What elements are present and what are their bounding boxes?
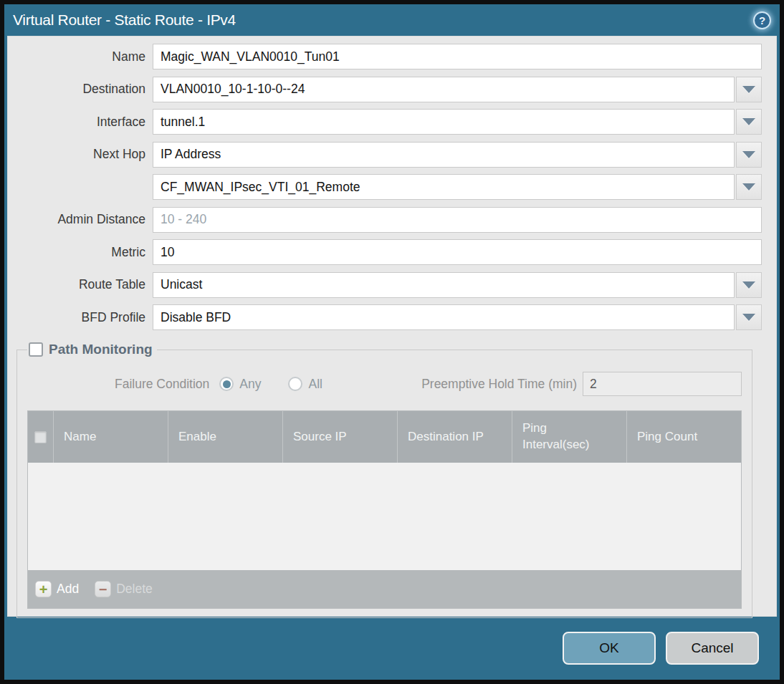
next-hop-address-dropdown-button[interactable] bbox=[736, 174, 762, 200]
path-monitoring-section: Path Monitoring Failure Condition Any Al… bbox=[16, 342, 752, 618]
form-row-next-hop-address: CF_MWAN_IPsec_VTI_01_Remote bbox=[8, 174, 762, 200]
path-monitoring-table: Name Enable Source IP Destination IP Pin… bbox=[27, 410, 742, 609]
help-icon[interactable]: ? bbox=[753, 11, 771, 29]
destination-input[interactable]: VLAN0010_10-1-10-0--24 bbox=[153, 77, 735, 102]
chevron-down-icon bbox=[742, 86, 755, 93]
failure-condition-all-label: All bbox=[308, 377, 322, 392]
path-monitoring-title: Path Monitoring bbox=[49, 342, 153, 357]
next-hop-type-input[interactable]: IP Address bbox=[153, 142, 735, 168]
bfd-profile-label: BFD Profile bbox=[8, 310, 153, 325]
form-row-route-table: Route Table Unicast bbox=[8, 272, 762, 298]
route-table-label: Route Table bbox=[8, 277, 153, 292]
form-row-admin-distance: Admin Distance 10 - 240 bbox=[8, 207, 762, 233]
table-header-checkbox-cell bbox=[28, 411, 54, 463]
chevron-down-icon bbox=[742, 151, 755, 158]
form-row-next-hop: Next Hop IP Address bbox=[8, 142, 762, 168]
chevron-down-icon bbox=[742, 314, 755, 321]
admin-distance-label: Admin Distance bbox=[8, 212, 153, 227]
form-row-bfd-profile: BFD Profile Disable BFD bbox=[8, 304, 762, 330]
column-header-destination-ip[interactable]: Destination IP bbox=[398, 411, 512, 463]
form-row-name: Name Magic_WAN_VLAN0010_Tun01 bbox=[8, 44, 762, 69]
column-header-ping-interval[interactable]: Ping Interval(sec) bbox=[512, 411, 627, 463]
cancel-button[interactable]: Cancel bbox=[666, 632, 759, 665]
minus-icon: − bbox=[95, 581, 111, 597]
bfd-profile-dropdown-button[interactable] bbox=[736, 304, 762, 330]
preemptive-hold-time-input[interactable]: 2 bbox=[583, 372, 742, 396]
path-monitoring-legend: Path Monitoring bbox=[27, 342, 157, 357]
table-footer-bar: + Add − Delete bbox=[28, 570, 741, 608]
table-header-row: Name Enable Source IP Destination IP Pin… bbox=[28, 411, 741, 463]
column-header-name[interactable]: Name bbox=[54, 411, 168, 463]
interface-dropdown-button[interactable] bbox=[736, 109, 762, 135]
static-route-dialog: Virtual Router - Static Route - IPv4 ? N… bbox=[0, 0, 784, 684]
dialog-body: Name Magic_WAN_VLAN0010_Tun01 Destinatio… bbox=[7, 36, 777, 617]
path-monitoring-checkbox[interactable] bbox=[29, 342, 43, 357]
plus-icon: + bbox=[35, 581, 52, 597]
dialog-titlebar: Virtual Router - Static Route - IPv4 ? bbox=[4, 4, 780, 36]
table-body-empty bbox=[28, 463, 741, 570]
radio-selected-dot bbox=[223, 380, 231, 388]
route-table-dropdown-button[interactable] bbox=[736, 272, 762, 298]
path-monitoring-options-row: Failure Condition Any All Preemptive Hol… bbox=[27, 370, 742, 398]
name-label: Name bbox=[8, 49, 153, 64]
destination-label: Destination bbox=[8, 82, 153, 97]
route-table-input[interactable]: Unicast bbox=[153, 272, 735, 298]
dialog-footer: OK Cancel bbox=[4, 617, 780, 680]
next-hop-type-dropdown-button[interactable] bbox=[736, 142, 762, 168]
form-row-metric: Metric 10 bbox=[8, 239, 762, 265]
failure-condition-label: Failure Condition bbox=[115, 377, 209, 392]
chevron-down-icon bbox=[742, 281, 755, 289]
delete-button[interactable]: − Delete bbox=[95, 581, 153, 597]
name-input[interactable]: Magic_WAN_VLAN0010_Tun01 bbox=[153, 44, 762, 69]
interface-label: Interface bbox=[8, 115, 153, 130]
form-row-destination: Destination VLAN0010_10-1-10-0--24 bbox=[8, 77, 762, 102]
dialog-title: Virtual Router - Static Route - IPv4 bbox=[13, 11, 236, 29]
chevron-down-icon bbox=[742, 118, 755, 125]
metric-input[interactable]: 10 bbox=[153, 239, 762, 265]
bfd-profile-input[interactable]: Disable BFD bbox=[153, 304, 735, 330]
chevron-down-icon bbox=[742, 183, 755, 191]
interface-input[interactable]: tunnel.1 bbox=[153, 109, 735, 135]
next-hop-address-input[interactable]: CF_MWAN_IPsec_VTI_01_Remote bbox=[153, 174, 735, 200]
column-header-ping-count[interactable]: Ping Count bbox=[627, 411, 741, 463]
column-header-enable[interactable]: Enable bbox=[168, 411, 283, 463]
metric-label: Metric bbox=[8, 245, 153, 260]
form-row-interface: Interface tunnel.1 bbox=[8, 109, 762, 135]
preemptive-hold-time-label: Preemptive Hold Time (min) bbox=[421, 377, 577, 392]
preemptive-hold-time-group: Preemptive Hold Time (min) 2 bbox=[421, 372, 742, 396]
destination-dropdown-button[interactable] bbox=[736, 77, 762, 102]
next-hop-label: Next Hop bbox=[8, 147, 153, 162]
admin-distance-input[interactable]: 10 - 240 bbox=[153, 207, 762, 233]
failure-condition-any-label: Any bbox=[239, 377, 261, 392]
failure-condition-any-radio[interactable] bbox=[219, 377, 234, 391]
failure-condition-all-radio[interactable] bbox=[288, 377, 302, 391]
ok-button[interactable]: OK bbox=[563, 632, 656, 665]
column-header-source-ip[interactable]: Source IP bbox=[283, 411, 398, 463]
select-all-checkbox[interactable] bbox=[34, 431, 47, 443]
add-button[interactable]: + Add bbox=[35, 581, 79, 597]
